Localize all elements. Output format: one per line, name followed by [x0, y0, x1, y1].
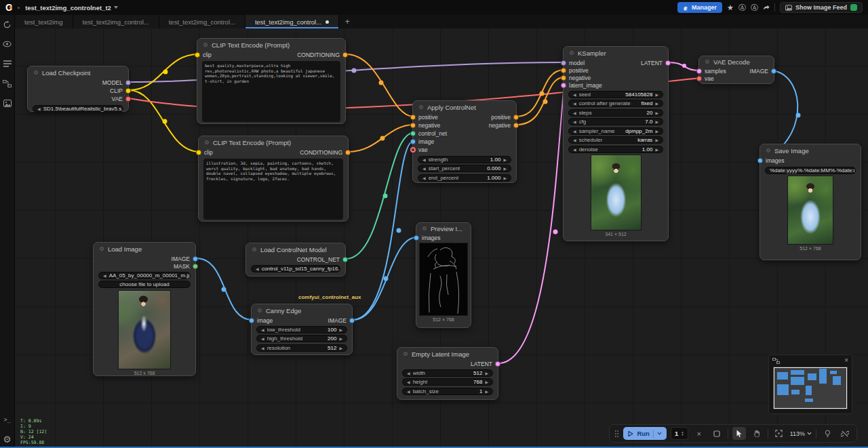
node-vae-decode[interactable]: VAE Decode samples IMAGE vae — [698, 56, 774, 84]
output-conditioning-port[interactable]: CONDITIONING — [300, 149, 351, 156]
minimap-panel[interactable]: × — [768, 354, 852, 414]
prev-arrow-icon[interactable] — [422, 157, 426, 163]
prev-arrow-icon[interactable] — [422, 175, 426, 181]
next-arrow-icon[interactable] — [655, 119, 658, 125]
prev-arrow-icon[interactable] — [261, 335, 264, 342]
node-preview-image[interactable]: Preview I... images — [416, 222, 471, 328]
collapse-dot-icon[interactable] — [419, 105, 423, 109]
fit-view-icon[interactable] — [772, 427, 786, 440]
node-title-bar[interactable]: KSampler — [564, 47, 668, 59]
prev-arrow-icon[interactable] — [103, 272, 106, 279]
prev-arrow-icon[interactable] — [256, 266, 259, 272]
input-image-port[interactable]: image — [410, 138, 434, 145]
next-arrow-icon[interactable] — [503, 165, 507, 171]
star-icon[interactable]: ★ — [727, 4, 734, 12]
cfg-widget[interactable]: cfg7.0 — [568, 118, 663, 125]
vae-port-icon[interactable] — [125, 96, 131, 102]
controlnet-name-widget[interactable]: control_v11p_sd15_canny_fp16... — [251, 265, 340, 272]
input-negative-port[interactable]: negative — [410, 122, 440, 129]
output-conditioning-port[interactable]: CONDITIONING — [297, 52, 348, 58]
node-load-controlnet-model[interactable]: Load ControlNet Model CONTROL_NET contro… — [245, 243, 346, 277]
image-file-widget[interactable]: AA_05_by_00000_m_00001_m.jpg — [98, 272, 191, 279]
steps-widget[interactable]: steps20 — [568, 109, 663, 117]
prev-arrow-icon[interactable] — [573, 119, 576, 125]
start-percent-widget[interactable]: start_percent0.000 — [418, 165, 511, 172]
input-clip-port[interactable]: clip — [195, 52, 212, 58]
node-apply-controlnet[interactable]: Apply ControlNet positive positive negat… — [412, 100, 517, 183]
model-port-icon[interactable] — [561, 60, 566, 66]
width-widget[interactable]: width512 — [402, 369, 493, 377]
input-control-net-port[interactable]: control_net — [410, 130, 447, 137]
conditioning-port-icon[interactable] — [561, 75, 566, 81]
minimap-close-icon[interactable]: × — [844, 357, 848, 364]
output-image-port[interactable]: IMAGE — [328, 317, 355, 324]
output-latent-port[interactable]: LATENT — [471, 361, 500, 367]
clip-port-icon[interactable] — [125, 88, 131, 94]
next-arrow-icon[interactable] — [655, 137, 658, 143]
chevron-down-icon[interactable] — [657, 432, 662, 435]
node-graph-icon[interactable] — [2, 79, 13, 88]
node-save-image[interactable]: Save Image images %date:yyyy%-%date:MM%-… — [760, 144, 861, 260]
seed-widget[interactable]: seed584105828 — [568, 91, 663, 98]
vae-port-icon[interactable] — [696, 76, 702, 81]
collapse-dot-icon[interactable] — [34, 70, 38, 75]
conditioning-port-icon[interactable] — [345, 150, 351, 155]
collapse-dot-icon[interactable] — [705, 60, 709, 64]
input-images-port[interactable]: images — [757, 157, 784, 164]
output-latent-port[interactable]: LATENT — [641, 60, 671, 66]
toggle-links-icon[interactable] — [838, 427, 852, 440]
output-mask-port[interactable]: MASK — [174, 263, 198, 270]
ckpt-name-widget[interactable]: SD1.5\beautifulRealistic_brav5.s... — [33, 105, 123, 113]
collapse-dot-icon[interactable] — [570, 51, 574, 55]
input-vae-port[interactable]: vae — [410, 146, 428, 153]
image-port-icon[interactable] — [193, 256, 198, 262]
output-control-net-port[interactable]: CONTROL_NET — [297, 256, 348, 263]
badge-a-icon[interactable]: Ⓐ — [738, 4, 746, 12]
input-images-port[interactable]: images — [414, 235, 440, 241]
node-load-checkpoint[interactable]: Load Checkpoint MODEL CLIP VAE SD1.5\bea… — [27, 66, 129, 112]
node-title-bar[interactable]: Save Image — [760, 144, 861, 157]
terminal-icon[interactable]: >_ — [2, 415, 13, 424]
next-arrow-icon[interactable] — [655, 110, 658, 116]
control-after-generate-widget[interactable]: control after generatefixed — [568, 100, 663, 107]
lightbulb-icon[interactable] — [821, 427, 834, 440]
tab-workflow-2[interactable]: test_text2img_control... — [73, 15, 159, 28]
stop-icon[interactable] — [710, 427, 724, 440]
image-port-icon[interactable] — [757, 158, 763, 163]
prev-arrow-icon[interactable] — [573, 100, 576, 106]
tab-workflow-4-active[interactable]: test_text2img_control... — [245, 15, 339, 28]
image-port-icon[interactable] — [349, 318, 355, 323]
input-model-port[interactable]: model — [561, 60, 585, 66]
node-title-bar[interactable]: Load Image — [94, 243, 195, 255]
node-title-bar[interactable]: Empty Latent Image — [397, 348, 498, 360]
prev-arrow-icon[interactable] — [37, 106, 41, 112]
prev-arrow-icon[interactable] — [407, 379, 410, 385]
run-button[interactable]: Run — [623, 427, 666, 440]
next-arrow-icon[interactable] — [655, 128, 658, 134]
filename-prefix-widget[interactable]: %date:yyyy%-%date:MM%-%date:dd... — [765, 167, 856, 174]
history-icon[interactable] — [2, 20, 13, 29]
clip-port-icon[interactable] — [195, 52, 200, 58]
output-negative-port[interactable]: negative — [489, 122, 519, 129]
denoise-widget[interactable]: denoise1.00 — [568, 146, 663, 153]
prev-arrow-icon[interactable] — [261, 345, 264, 351]
low-threshold-widget[interactable]: low_threshold100 — [256, 326, 347, 333]
manager-button[interactable]: Manager — [677, 2, 722, 13]
gallery-icon[interactable] — [2, 98, 13, 108]
node-title-bar[interactable]: CLIP Text Encode (Prompt) — [199, 136, 348, 148]
high-threshold-widget[interactable]: high_threshold200 — [256, 335, 347, 342]
badge-a-icon-2[interactable]: Ⓐ — [751, 4, 758, 12]
toolbar-drag-handle-icon[interactable] — [614, 430, 619, 438]
input-vae-port[interactable]: vae — [696, 75, 714, 82]
collapse-dot-icon[interactable] — [258, 308, 262, 312]
prev-arrow-icon[interactable] — [422, 165, 426, 171]
next-arrow-icon[interactable] — [485, 388, 488, 394]
batch-size-widget[interactable]: batch_size1 — [402, 388, 493, 395]
clear-queue-icon[interactable]: × — [692, 427, 706, 440]
resolution-widget[interactable]: resolution512 — [256, 344, 347, 352]
latent-port-icon[interactable] — [665, 60, 671, 66]
input-clip-port[interactable]: clip — [196, 149, 213, 156]
node-empty-latent-image[interactable]: Empty Latent Image LATENT width512 heigh… — [397, 347, 498, 400]
minimap-viewport-frame[interactable] — [774, 367, 847, 409]
positive-prompt-textarea[interactable]: best quality,masterpiece,ultra high res,… — [202, 61, 340, 122]
